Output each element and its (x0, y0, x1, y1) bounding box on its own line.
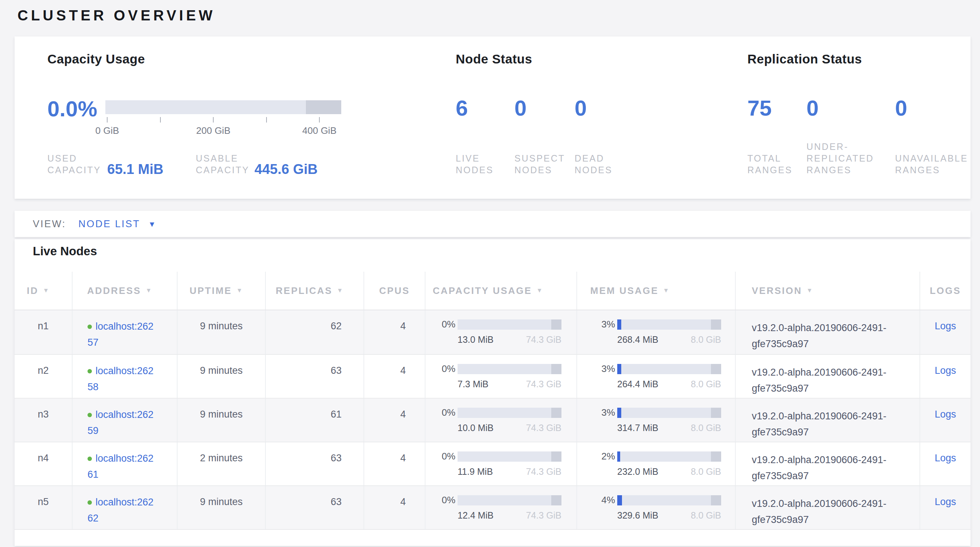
logs-link[interactable]: Logs (935, 453, 956, 463)
capacity-stats: USEDCAPACITY65.1 MiBUSABLECAPACITY445.6 … (48, 153, 318, 176)
logs-link[interactable]: Logs (935, 321, 956, 331)
capacity-bar-track (458, 364, 562, 374)
mem-percent: 3% (577, 407, 615, 418)
used-value: 7.3 MiB (458, 379, 488, 390)
capacity-percent: 0% (425, 363, 455, 375)
total-value: 74.3 GiB (526, 379, 562, 390)
bar-fill (617, 452, 620, 462)
live-nodes-card: Live Nodes ID▼ADDRESS▼UPTIME▼REPLICAS▼CP… (14, 239, 970, 546)
replicas-cell: 62 (265, 310, 363, 354)
capacity-percent: 0% (425, 319, 455, 330)
sort-arrow-icon: ▼ (536, 287, 553, 294)
node-address-cell: localhost:26259 (72, 399, 177, 442)
node-address-link[interactable]: localhost:26257 (88, 321, 153, 348)
sort-arrow-icon: ▼ (807, 287, 823, 294)
cpus-cell: 4 (363, 310, 425, 354)
capacity-bar-track (105, 100, 341, 114)
axis-tick-label: 0 GiB (95, 125, 119, 137)
replication-status-heading: Replication Status (748, 52, 974, 66)
replication-status-stats: 75TOTALRANGES0UNDER-REPLICATEDRANGES0UNA… (748, 98, 968, 176)
live-status-dot-icon (88, 413, 92, 417)
used-value: 10.0 MiB (458, 423, 494, 433)
axis-tick (319, 117, 320, 122)
replication-value: 0 (807, 98, 895, 119)
capacity-bar-axis: 0 GiB200 GiB400 GiB (105, 114, 341, 140)
used-value: 314.7 MiB (617, 423, 659, 433)
column-header-capacity-usage[interactable]: CAPACITY USAGE▼ (425, 272, 576, 310)
cpus-cell: 4 (363, 442, 425, 485)
node-address-link[interactable]: localhost:26258 (88, 366, 153, 393)
axis-tick (266, 117, 267, 122)
version-cell: v19.2.0-alpha.20190606-2491-gfe735c9a97 (735, 355, 920, 398)
node-address-link[interactable]: localhost:26259 (88, 409, 153, 436)
mem-bar-track (617, 364, 721, 374)
mem-percent: 4% (577, 495, 615, 506)
uptime-cell: 9 minutes (177, 310, 265, 354)
node-address-cell: localhost:26261 (72, 442, 177, 485)
logs-link[interactable]: Logs (935, 409, 956, 420)
mem-usage-cell: 3%268.4 MiB8.0 GiB (576, 310, 735, 354)
axis-tick-label: 200 GiB (196, 125, 231, 137)
node-address-link[interactable]: localhost:26262 (88, 497, 153, 524)
node-address-link[interactable]: localhost:26261 (88, 453, 153, 480)
bar-nonusable-segment (711, 320, 721, 330)
total-value: 8.0 GiB (691, 423, 721, 433)
bar-fill (617, 408, 621, 418)
version-cell: v19.2.0-alpha.20190606-2491-gfe735c9a97 (735, 399, 920, 442)
cpus-cell: 4 (363, 399, 425, 442)
view-label: VIEW: (33, 218, 66, 230)
column-header-address[interactable]: ADDRESS▼ (72, 272, 177, 310)
mem-percent: 3% (577, 363, 615, 375)
node-status-stats: 6LIVENODES0SUSPECTNODES0DEADNODES (456, 98, 612, 176)
column-header-id[interactable]: ID▼ (14, 272, 72, 310)
view-dropdown[interactable]: NODE LIST ▼ (78, 218, 156, 230)
total-value: 74.3 GiB (526, 423, 562, 433)
cpus-cell: 4 (363, 486, 425, 529)
node-id-cell: n1 (14, 310, 72, 354)
capacity-usage-cell: 0%11.9 MiB74.3 GiB (425, 442, 576, 485)
column-header-replicas[interactable]: REPLICAS▼ (265, 272, 363, 310)
mem-usage-cell: 3%314.7 MiB8.0 GiB (576, 399, 735, 442)
capacity-usage-cell: 0%7.3 MiB74.3 GiB (425, 355, 576, 398)
live-status-dot-icon (88, 500, 92, 505)
replicas-cell: 63 (265, 442, 363, 485)
capacity-stat: USEDCAPACITY65.1 MiB (48, 153, 196, 176)
logs-link[interactable]: Logs (935, 365, 956, 376)
live-status-dot-icon (88, 324, 92, 329)
node-status-label: DEADNODES (574, 153, 612, 176)
logs-link[interactable]: Logs (935, 496, 956, 507)
column-header-uptime[interactable]: UPTIME▼ (177, 272, 265, 310)
bar-nonusable-segment (711, 408, 721, 418)
bar-fill (617, 320, 621, 330)
used-value: 329.6 MiB (617, 510, 659, 521)
logs-cell: Logs (920, 355, 970, 398)
capacity-percent: 0% (425, 495, 455, 506)
table-row: n1localhost:262579 minutes6240%13.0 MiB7… (14, 310, 970, 354)
column-header-version[interactable]: VERSION▼ (735, 272, 920, 310)
node-status-section: Node Status 6LIVENODES0SUSPECTNODES0DEAD… (456, 52, 718, 176)
table-header-row: ID▼ADDRESS▼UPTIME▼REPLICAS▼CPUSCAPACITY … (14, 272, 970, 310)
node-status-stat: 0DEADNODES (574, 98, 612, 176)
capacity-bar-track (458, 452, 562, 462)
table-row-partial (14, 529, 970, 546)
axis-tick (107, 117, 108, 122)
column-header-mem-usage[interactable]: MEM USAGE▼ (576, 272, 735, 310)
bar-fill (617, 364, 621, 374)
capacity-stat: USABLECAPACITY445.6 GiB (196, 153, 318, 176)
replicas-cell: 63 (265, 486, 363, 529)
capacity-percent: 0% (425, 451, 455, 462)
replication-stat: 0UNAVAILABLERANGES (895, 98, 968, 176)
mem-usage-cell: 3%264.4 MiB8.0 GiB (576, 355, 735, 398)
replicas-cell: 63 (265, 355, 363, 398)
table-row: n4localhost:262612 minutes6340%11.9 MiB7… (14, 442, 970, 485)
node-address-cell: localhost:26257 (72, 310, 177, 354)
replication-value: 75 (748, 98, 807, 119)
bar-nonusable-segment (711, 452, 721, 462)
replication-label: UNAVAILABLERANGES (895, 153, 968, 176)
replication-stat: 75TOTALRANGES (748, 98, 807, 176)
total-value: 74.3 GiB (526, 334, 562, 345)
table-row: n2localhost:262589 minutes6340%7.3 MiB74… (14, 354, 970, 398)
uptime-cell: 9 minutes (177, 399, 265, 442)
node-id-cell: n4 (14, 442, 72, 485)
total-value: 8.0 GiB (691, 510, 721, 521)
